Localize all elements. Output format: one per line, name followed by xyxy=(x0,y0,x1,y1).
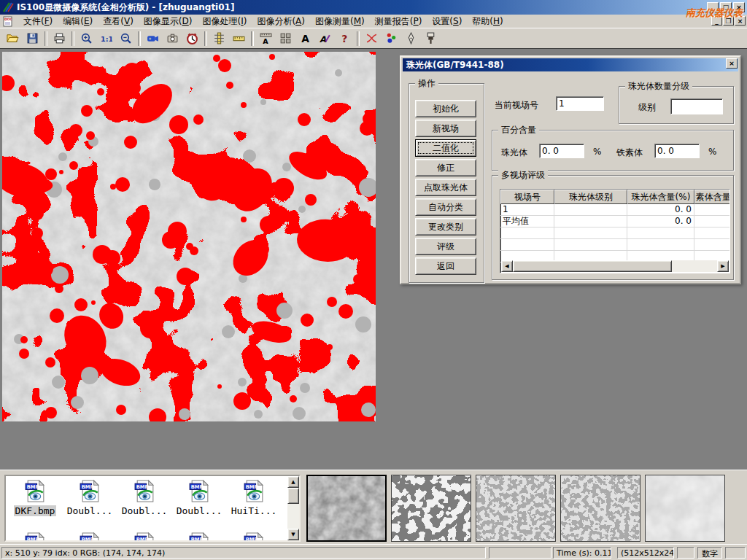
actual-size-icon[interactable]: 1:1 xyxy=(97,30,115,47)
op-button-5[interactable]: 点取珠光体 xyxy=(415,179,476,196)
table-horizontal-scrollbar[interactable]: ◀ ▶ xyxy=(501,260,729,272)
op-button-7[interactable]: 更改类别 xyxy=(415,218,476,236)
current-field-input[interactable]: 1 xyxy=(556,96,604,111)
svg-text:BMP: BMP xyxy=(26,484,39,490)
menu-item-2[interactable]: 编辑(E) xyxy=(58,15,98,27)
caliper-icon[interactable] xyxy=(210,30,228,47)
file-item[interactable]: BMPDoubl... xyxy=(172,479,226,516)
grading-group-label: 珠光体数量分级 xyxy=(625,81,692,91)
op-button-9[interactable]: 返回 xyxy=(415,257,476,275)
open-folder-icon[interactable] xyxy=(4,30,22,47)
file-list-scrollbar[interactable]: ▲ ▼ xyxy=(287,476,299,540)
ruler-icon[interactable] xyxy=(230,30,248,47)
file-name: Doubl... xyxy=(120,505,169,516)
file-item[interactable]: BMP xyxy=(117,532,171,542)
thumbnail-3[interactable] xyxy=(476,475,556,542)
thumbnail-5[interactable] xyxy=(645,475,725,542)
menu-item-3[interactable]: 查看(V) xyxy=(98,15,139,27)
pearlite-percent-input[interactable]: 0. 0 xyxy=(539,144,584,158)
scrollbar-thumb[interactable] xyxy=(513,260,672,272)
help-icon[interactable]: ? xyxy=(336,30,354,47)
thumbnail-2[interactable] xyxy=(391,475,471,542)
file-item[interactable]: BMPDKF.bmp xyxy=(8,479,62,516)
svg-text:A: A xyxy=(263,37,268,44)
file-item[interactable]: BMPDoubl... xyxy=(63,479,117,516)
op-button-1[interactable]: 初始化 xyxy=(415,100,476,117)
status-panel-empty-2 xyxy=(677,547,694,559)
brush-tool-icon[interactable] xyxy=(422,30,440,47)
micrograph-image[interactable] xyxy=(2,52,376,421)
multifield-table[interactable]: 视场号珠光体级别珠光体含量(%)铁素体含量(%) 10. 0平均值0. 0 ◀ … xyxy=(500,189,730,273)
scrollbar-thumb[interactable] xyxy=(287,488,299,504)
svg-text:BMP: BMP xyxy=(81,484,93,490)
scroll-left-icon[interactable]: ◀ xyxy=(501,260,513,272)
svg-text:BMP: BMP xyxy=(136,484,148,490)
toolbar-separator xyxy=(138,31,141,46)
file-item[interactable]: BMP xyxy=(63,532,117,542)
menu-item-1[interactable]: 文件(F) xyxy=(18,15,58,27)
video-camera-icon[interactable] xyxy=(144,30,162,47)
menu-item-10[interactable]: 帮助(H) xyxy=(467,15,508,27)
table-column-header[interactable]: 珠光体级别 xyxy=(554,190,627,204)
status-image-size: (512x512x24) xyxy=(617,547,674,559)
svg-text:BMP: BMP xyxy=(190,537,203,542)
toolbar-separator xyxy=(357,31,360,46)
thumbnail-4[interactable] xyxy=(560,475,640,542)
multifield-group-label: 多视场评级 xyxy=(498,170,548,180)
table-row[interactable]: 10. 0 xyxy=(500,204,729,216)
table-column-header[interactable]: 视场号 xyxy=(500,190,554,204)
file-item[interactable]: BMPHuiTi... xyxy=(227,479,281,516)
thumbnail-1[interactable] xyxy=(306,475,387,542)
table-row[interactable]: 平均值0. 0 xyxy=(500,216,729,228)
menu-item-8[interactable]: 测量报告(P) xyxy=(370,15,427,27)
pen-tool-icon[interactable] xyxy=(402,30,420,47)
table-cell xyxy=(554,228,627,239)
grade-level-input[interactable] xyxy=(670,98,723,114)
capture-camera-icon[interactable] xyxy=(163,30,182,47)
scroll-down-icon[interactable]: ▼ xyxy=(287,529,299,540)
menu-item-4[interactable]: 图像显示(D) xyxy=(139,15,198,27)
grid-tool-icon[interactable] xyxy=(276,30,295,47)
op-button-4[interactable]: 修正 xyxy=(415,159,476,176)
op-button-6[interactable]: 自动分类 xyxy=(415,198,476,216)
classify-dots-icon[interactable] xyxy=(382,30,400,47)
table-column-header[interactable]: 铁素体含量(%) xyxy=(694,190,730,204)
scroll-right-icon[interactable]: ▶ xyxy=(717,260,729,272)
timer-clock-icon[interactable] xyxy=(183,30,201,47)
grading-group: 珠光体数量分级 级别 xyxy=(619,86,734,124)
save-icon[interactable] xyxy=(23,30,42,47)
toolbar-separator xyxy=(251,31,254,46)
status-panel-empty-3 xyxy=(725,547,746,559)
scroll-up-icon[interactable]: ▲ xyxy=(287,476,299,488)
dialog-title-bar[interactable]: 珠光体(GB/T9441-88) xyxy=(403,58,738,71)
menu-item-7[interactable]: 图像测量(M) xyxy=(310,15,370,27)
zoom-out-icon[interactable] xyxy=(117,30,135,47)
document-icon[interactable]: DOC xyxy=(3,16,14,27)
edit-annotation-icon[interactable]: A xyxy=(316,30,334,47)
menu-item-9[interactable]: 设置(S) xyxy=(427,15,467,27)
percent-group-label: 百分含量 xyxy=(498,125,539,135)
dialog-close-button[interactable]: × xyxy=(726,58,738,69)
text-annotation-icon[interactable]: A xyxy=(296,30,314,47)
table-row[interactable] xyxy=(500,239,729,251)
menu-item-6[interactable]: 图像分析(A) xyxy=(252,15,310,27)
op-button-8[interactable]: 评级 xyxy=(415,238,476,255)
svg-text:BMP: BMP xyxy=(245,537,258,542)
svg-text:BMP: BMP xyxy=(245,484,258,490)
op-button-2[interactable]: 新视场 xyxy=(415,120,476,137)
file-item[interactable]: BMP xyxy=(172,532,226,542)
menu-item-5[interactable]: 图像处理(I) xyxy=(197,15,252,27)
print-icon[interactable] xyxy=(50,30,69,47)
file-item[interactable]: BMP xyxy=(227,532,281,542)
ferrite-percent-input[interactable]: 0. 0 xyxy=(654,144,700,158)
table-column-header[interactable]: 珠光体含量(%) xyxy=(627,190,694,204)
file-item[interactable]: BMPDoubl... xyxy=(117,479,171,516)
op-button-3[interactable]: 二值化 xyxy=(415,139,476,157)
curve-tool-icon[interactable] xyxy=(363,30,381,47)
zoom-in-icon[interactable] xyxy=(77,30,96,47)
table-row[interactable] xyxy=(500,228,729,239)
measure-caliper-icon[interactable]: A xyxy=(257,30,275,47)
toolbar-separator xyxy=(71,31,74,46)
file-item[interactable]: BMP xyxy=(8,532,62,542)
file-list[interactable]: BMPDKF.bmpBMPBMPDoubl...BMPBMPDoubl...BM… xyxy=(4,475,301,542)
